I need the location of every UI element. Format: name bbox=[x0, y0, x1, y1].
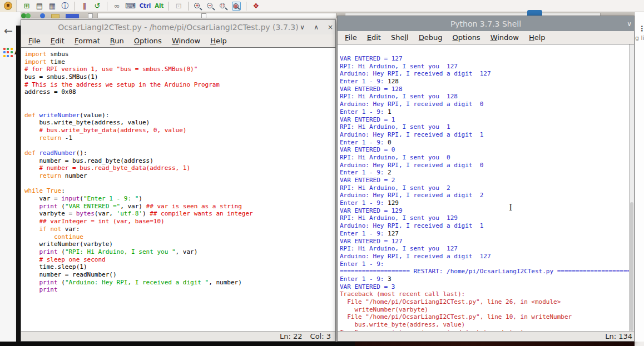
shell-line: VAR ENTERED = 127 bbox=[340, 238, 634, 245]
apps-grid-icon[interactable] bbox=[3, 48, 13, 57]
zoom-out-icon[interactable]: − bbox=[206, 2, 215, 11]
file-transfer-icon[interactable]: ⊡ bbox=[174, 1, 183, 11]
menu-file[interactable]: File bbox=[23, 37, 46, 45]
back-arrow-icon[interactable]: ← bbox=[4, 26, 13, 36]
code-line: var = input("Enter 1 - 9: ") bbox=[24, 195, 335, 203]
editor-window: OcsarLiangI2CTest.py - /home/pi/OcsarLia… bbox=[21, 19, 336, 342]
menu-file[interactable]: File bbox=[340, 33, 362, 42]
zoom-in-icon[interactable]: + bbox=[194, 2, 202, 11]
keyboard-icon[interactable]: ⌨ bbox=[125, 1, 136, 11]
shell-line: Traceback (most recent call last): bbox=[340, 290, 634, 298]
grid-dot bbox=[11, 48, 13, 50]
background-partial-text: g lis bbox=[635, 34, 644, 42]
code-line: return -1 bbox=[24, 134, 335, 142]
taskbar-doc-icon[interactable] bbox=[88, 13, 93, 18]
taskbar-doc-icon[interactable] bbox=[201, 13, 206, 18]
shell-line: Arduino: Hey RPI, I received a digit 1 bbox=[340, 222, 634, 230]
code-line: # number = bus.read_byte_data(address, 1… bbox=[24, 164, 335, 172]
code-line bbox=[24, 142, 335, 149]
auto-zoom-icon[interactable]: ▦ bbox=[232, 2, 241, 11]
save-session-icon[interactable]: ▤ bbox=[35, 1, 44, 11]
editor-window-title: OcsarLiangI2CTest.py - /home/pi/OcsarLia… bbox=[58, 23, 298, 32]
background-right-panel: ⋮ g lis bbox=[635, 12, 644, 342]
shell-scrollbar[interactable] bbox=[629, 44, 634, 331]
shell-line: Enter 1 - 9: bbox=[340, 260, 634, 268]
shell-menubar: FileEditShellDebugOptionsWindowHelp bbox=[338, 31, 634, 44]
close-icon[interactable]: × bbox=[328, 24, 333, 31]
shell-line: =================== RESTART: /home/pi/Oc… bbox=[340, 268, 634, 275]
grid-dot bbox=[11, 55, 13, 57]
shell-line: VAR ENTERED = 2 bbox=[340, 177, 634, 184]
maximize-icon[interactable]: ∧ bbox=[314, 24, 319, 31]
refresh-icon[interactable]: ↺ bbox=[93, 1, 102, 11]
code-line: number = bus.read_byte(address) bbox=[24, 157, 335, 165]
menu-options[interactable]: Options bbox=[129, 37, 167, 45]
connection-info-icon[interactable]: ⓘ bbox=[61, 1, 70, 11]
shell-text-area[interactable]: VAR ENTERED = 127RPI: Hi Arduino, I sent… bbox=[338, 55, 634, 331]
shell-line: Arduino: Hey RPI, I received a digit 1 bbox=[340, 131, 634, 139]
shell-scrollbar-thumb[interactable] bbox=[630, 202, 633, 331]
overflow-menu-icon[interactable]: ⋮ bbox=[638, 24, 644, 33]
zoom-100-icon[interactable]: ∷ bbox=[219, 2, 228, 11]
code-line: writeNumber(varbyte) bbox=[24, 240, 335, 248]
fullscreen-icon[interactable]: ❖ bbox=[251, 1, 260, 11]
code-line bbox=[24, 104, 335, 112]
shell-window-controls: ∨ bbox=[627, 16, 632, 31]
shell-line: Enter 1 - 9: 3 bbox=[340, 275, 634, 283]
taskbar-window-button[interactable] bbox=[97, 13, 336, 18]
shell-titlebar[interactable]: Python 3.7.3 Shell ∨ bbox=[338, 16, 634, 31]
alt-key-button[interactable]: Alt bbox=[155, 1, 164, 11]
connection-options-icon[interactable]: ▦ bbox=[48, 1, 57, 11]
taskbar-filemanager-icon[interactable] bbox=[51, 14, 60, 18]
menu-run[interactable]: Run bbox=[105, 37, 129, 45]
code-line: ## varInteger = int (var, base=10) bbox=[24, 218, 335, 225]
code-line: def writeNumber(value): bbox=[24, 112, 335, 119]
toolbar-separator bbox=[246, 2, 246, 11]
shell-line: RPI: Hi Arduino, I sent you 2 bbox=[340, 184, 634, 192]
vnc-toolbar: ⊞▤▦ⓘ‖↺∞⌨CtrlAlt⊡+−∷▦❖ bbox=[0, 0, 644, 12]
send-keys-icon[interactable]: ∞ bbox=[112, 1, 121, 11]
menu-options[interactable]: Options bbox=[447, 33, 485, 42]
vnc-logo-wrap bbox=[0, 0, 17, 12]
code-line: # for RPI version 1, use "bus = smbus.SM… bbox=[24, 66, 335, 73]
menu-edit[interactable]: Edit bbox=[362, 33, 386, 42]
pause-icon[interactable]: ‖ bbox=[80, 1, 89, 11]
code-line: print bbox=[24, 286, 335, 294]
taskbar-app-icon[interactable] bbox=[26, 13, 31, 18]
toolbar-separator bbox=[169, 2, 169, 11]
background-bottom-strip-dark bbox=[355, 342, 635, 346]
grid-dot bbox=[11, 51, 13, 53]
code-line: while True: bbox=[24, 187, 335, 195]
code-line: bus.write_byte(address, value) bbox=[24, 119, 335, 127]
taskbar-browser-icon[interactable] bbox=[40, 13, 45, 18]
menu-debug[interactable]: Debug bbox=[414, 33, 448, 42]
shell-status-line: Ln: 134 bbox=[605, 332, 632, 340]
menu-window[interactable]: Window bbox=[167, 37, 205, 45]
shell-window-title: Python 3.7.3 Shell bbox=[450, 19, 521, 28]
editor-titlebar[interactable]: OcsarLiangI2CTest.py - /home/pi/OcsarLia… bbox=[21, 20, 335, 34]
code-line: # bus.write_byte_data(address, 0, value) bbox=[24, 127, 335, 134]
chevron-down-icon[interactable]: ∨ bbox=[627, 21, 632, 27]
shell-line: RPI: Hi Arduino, I sent you 129 bbox=[340, 214, 634, 222]
taskbar-terminal-icon[interactable] bbox=[66, 14, 79, 18]
shell-line: Enter 1 - 9: 1 bbox=[340, 108, 634, 116]
vnc-logo-icon bbox=[4, 2, 12, 10]
minimize-icon[interactable]: ∨ bbox=[300, 24, 305, 31]
menu-window[interactable]: Window bbox=[486, 33, 524, 42]
menu-help[interactable]: Help bbox=[205, 37, 232, 45]
menu-help[interactable]: Help bbox=[524, 33, 551, 42]
menu-shell[interactable]: Shell bbox=[386, 33, 414, 42]
shell-line: bus.write_byte(address, value) bbox=[340, 321, 634, 329]
menu-edit[interactable]: Edit bbox=[46, 37, 70, 45]
code-line: # sleep one second bbox=[24, 256, 335, 264]
shell-line: VAR ENTERED = 129 bbox=[340, 207, 634, 215]
code-line: continue bbox=[24, 233, 335, 241]
new-connection-icon[interactable]: ⊞ bbox=[22, 1, 31, 11]
shell-line: Arduino: Hey RPI, I received a digit 0 bbox=[340, 101, 634, 108]
ctrl-key-button[interactable]: Ctrl bbox=[140, 1, 151, 11]
shell-line: VAR ENTERED = 1 bbox=[340, 116, 634, 124]
code-line: time.sleep(1) bbox=[24, 263, 335, 271]
editor-status-line: Ln: 22 bbox=[280, 332, 303, 340]
menu-format[interactable]: Format bbox=[70, 37, 105, 45]
editor-text-area[interactable]: import smbusimport time# for RPI version… bbox=[21, 48, 335, 331]
